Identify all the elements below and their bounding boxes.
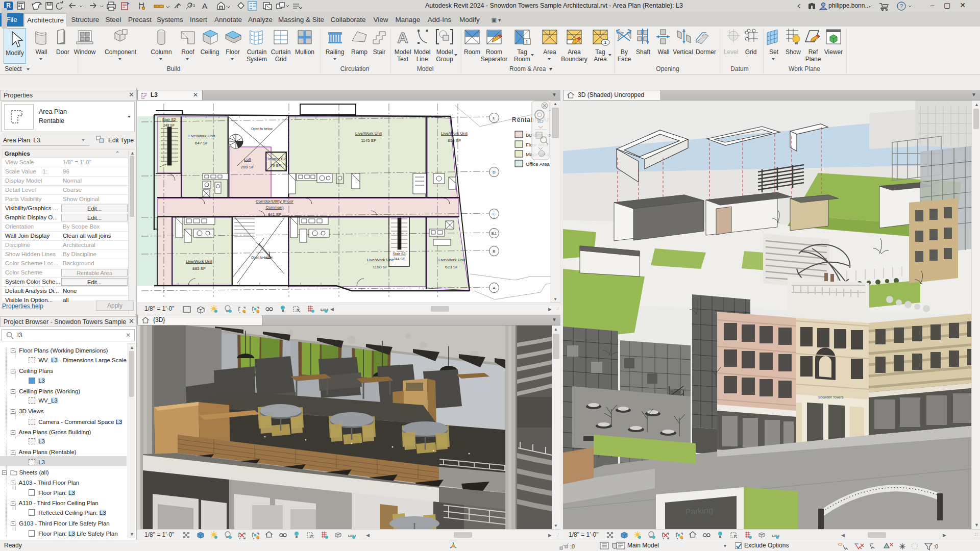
svg-text:Loft: Loft [244, 157, 251, 162]
svg-text:?: ? [900, 3, 903, 9]
svg-text:244 SF: 244 SF [394, 257, 405, 261]
svg-text:A: A [397, 29, 408, 46]
svg-text:▼: ▼ [553, 297, 557, 302]
svg-text:Live/Work Unit: Live/Work Unit [355, 131, 382, 136]
svg-text:A: A [493, 286, 496, 290]
svg-text:79 SF: 79 SF [271, 163, 281, 168]
svg-text:Live/Work Unit: Live/Work Unit [441, 131, 468, 136]
svg-text:1: 1 [525, 39, 528, 44]
svg-text:647 SF: 647 SF [195, 141, 208, 145]
svg-text:▲: ▲ [554, 327, 558, 332]
svg-text:▲: ▲ [553, 102, 557, 106]
svg-text:E: E [493, 116, 495, 120]
svg-text:248 SF: 248 SF [163, 123, 175, 127]
svg-text:623 SF: 623 SF [445, 265, 458, 269]
svg-text:Live/Work Unit: Live/Work Unit [188, 134, 215, 138]
svg-text:841 SF: 841 SF [268, 212, 281, 217]
svg-text:1: 1 [604, 40, 606, 45]
svg-text:Elevator E2: Elevator E2 [266, 157, 286, 161]
svg-text:D: D [493, 170, 496, 174]
svg-text:2D: 2D [537, 119, 544, 124]
svg-text::0: :0 [570, 543, 575, 549]
svg-text:289 SF: 289 SF [241, 165, 254, 169]
svg-text:A: A [202, 2, 207, 10]
svg-text:Corridor/Utility (Floor: Corridor/Utility (Floor [256, 199, 293, 204]
svg-text:Office Area: Office Area [526, 161, 550, 167]
svg-text:885 SF: 885 SF [192, 266, 206, 271]
svg-text:▼: ▼ [554, 523, 558, 528]
svg-text:B: B [493, 249, 495, 254]
svg-text:C: C [493, 212, 496, 216]
svg-text:Open to below: Open to below [251, 127, 273, 131]
svg-text:Live/Work Unit: Live/Work Unit [367, 258, 394, 262]
svg-text:Stair S2: Stair S2 [162, 117, 176, 122]
svg-text:1190 SF: 1190 SF [373, 265, 388, 269]
svg-text:Open to below: Open to below [251, 256, 273, 260]
svg-text:1145 SF: 1145 SF [361, 138, 376, 143]
svg-text:-1: -1 [727, 29, 731, 34]
svg-text::0: :0 [934, 543, 938, 549]
svg-text:Common): Common) [265, 205, 283, 210]
svg-text:Stair S3: Stair S3 [393, 252, 406, 256]
svg-text:Live/Work Unit: Live/Work Unit [438, 258, 465, 262]
svg-text:B.1: B.1 [492, 232, 497, 235]
svg-text:Live/Work Unit: Live/Work Unit [186, 259, 213, 264]
svg-text:816 SF: 816 SF [448, 138, 461, 143]
svg-text:Snowdon Towers: Snowdon Towers [818, 395, 844, 399]
svg-text:1: 1 [193, 3, 195, 8]
